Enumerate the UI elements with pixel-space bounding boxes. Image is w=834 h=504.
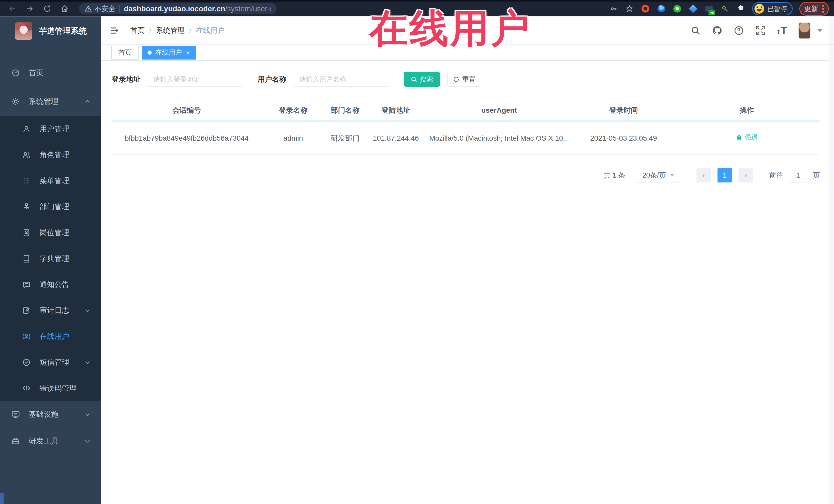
sidebar-item-role-mgmt[interactable]: 角色管理	[0, 142, 101, 168]
tab-home[interactable]: 首页	[111, 46, 138, 60]
sidebar-item-label: 短信管理	[40, 357, 69, 368]
search-button[interactable]: 搜索	[404, 72, 440, 87]
url-path: /system/user-session	[225, 5, 271, 13]
diamond-extension-icon[interactable]	[688, 4, 698, 13]
sidebar-scrollbar-thumb[interactable]	[0, 493, 4, 504]
key-icon[interactable]	[609, 4, 618, 13]
breadcrumb-system[interactable]: 系统管理	[156, 26, 185, 36]
user-name-input[interactable]	[293, 72, 389, 87]
sidebar-item-label: 审计日志	[40, 305, 69, 316]
forward-icon[interactable]	[25, 4, 35, 14]
breadcrumb-separator: /	[190, 26, 192, 35]
breadcrumb: 首页 / 系统管理 / 在线用户	[130, 26, 225, 36]
close-icon[interactable]: ×	[186, 49, 190, 56]
page-unit-label: 页	[813, 171, 820, 180]
monitor-icon	[11, 410, 20, 419]
user-avatar[interactable]	[798, 23, 810, 39]
sidebar-item-errcode-mgmt[interactable]: 错误码管理	[0, 375, 101, 401]
toolbox-icon	[11, 437, 20, 445]
trash-icon	[736, 134, 742, 141]
sidebar-item-menu-mgmt[interactable]: 菜单管理	[0, 168, 101, 194]
login-addr-input[interactable]	[147, 72, 243, 87]
sidebar-item-label: 首页	[29, 68, 44, 78]
force-logout-button[interactable]: 强退	[736, 132, 758, 143]
sidebar-item-notice[interactable]: 通知公告	[0, 271, 101, 298]
prev-page-button[interactable]: ‹	[697, 168, 711, 182]
reset-button[interactable]: 重置	[447, 72, 481, 87]
sidebar-item-label: 基础设施	[29, 409, 59, 420]
col-session-id: 会话编号	[112, 105, 262, 116]
logo[interactable]: 芋道管理系统	[0, 16, 101, 46]
sidebar-item-online-users[interactable]: 在线用户	[0, 323, 101, 349]
next-page-button[interactable]: ›	[739, 168, 753, 182]
font-size-icon[interactable]: тT	[777, 25, 787, 36]
sidebar-item-label: 在线用户	[40, 331, 69, 342]
sidebar-item-home[interactable]: 首页	[0, 59, 101, 87]
user-name-label: 用户名称	[258, 74, 286, 84]
hamburger-icon[interactable]	[109, 25, 119, 36]
v-green-extension-icon[interactable]	[673, 4, 682, 13]
pin-extension-icon[interactable]	[657, 4, 666, 13]
sidebar-item-label: 角色管理	[40, 150, 69, 160]
sidebar-item-dict-mgmt[interactable]: 字典管理	[0, 246, 101, 271]
breadcrumb-current: 在线用户	[196, 26, 225, 36]
tab-online-users[interactable]: 在线用户 ×	[142, 46, 196, 60]
cell-login-name: admin	[262, 133, 325, 144]
update-button[interactable]: 更新	[799, 2, 829, 16]
sidebar-item-infra[interactable]: 基础设施	[0, 401, 101, 428]
update-label: 更新	[804, 4, 818, 13]
fullscreen-icon[interactable]	[755, 25, 766, 36]
home-icon[interactable]	[60, 4, 70, 14]
pagination: 共 1 条 20条/页 ‹ 1 › 前往 页	[112, 168, 820, 182]
org-tree-icon	[22, 202, 31, 211]
page-1-button[interactable]: 1	[718, 168, 732, 182]
back-icon[interactable]	[7, 4, 18, 14]
cell-login-addr: 101.87.244.46	[366, 133, 426, 144]
breadcrumb-home[interactable]: 首页	[130, 26, 145, 36]
force-logout-label: 强退	[744, 132, 758, 143]
help-icon[interactable]	[734, 25, 744, 36]
refresh-icon[interactable]	[42, 4, 52, 14]
filter-form: 登录地址 用户名称 搜索 重置	[112, 72, 820, 87]
header-divider	[112, 120, 820, 122]
sidebar-item-user-mgmt[interactable]: 用户管理	[0, 116, 101, 142]
total-count: 共 1 条	[603, 171, 625, 180]
sidebar-item-sms-mgmt[interactable]: 短信管理	[0, 349, 101, 375]
content-scrollbar[interactable]	[829, 17, 834, 504]
caret-down-icon[interactable]	[817, 29, 823, 32]
translate-en-extension-icon[interactable]: en	[704, 4, 714, 13]
cell-login-time: 2021-05-03 23:05:49	[572, 133, 675, 144]
chevron-down-icon	[84, 438, 91, 444]
github-icon[interactable]	[712, 25, 722, 36]
col-login-addr: 登陆地址	[366, 105, 426, 116]
sidebar-item-system[interactable]: 系统管理	[0, 87, 101, 116]
badge-icon	[22, 228, 31, 237]
url-text[interactable]: dashboard.yudao.iocoder.cn/system/user-s…	[124, 5, 271, 13]
goto-page-input[interactable]	[788, 168, 808, 182]
sidebar-item-dept-mgmt[interactable]: 部门管理	[0, 194, 101, 220]
key2-extension-icon[interactable]	[720, 4, 729, 13]
main-area: 首页 / 系统管理 / 在线用户 тT 首页 在线用户	[101, 17, 834, 504]
sidebar-item-label: 部门管理	[40, 202, 69, 212]
sidebar-item-post-mgmt[interactable]: 岗位管理	[0, 220, 101, 246]
page-size-select[interactable]: 20条/页	[634, 168, 683, 182]
profile-avatar-emoji	[754, 4, 764, 14]
extensions-puzzle-icon[interactable]	[736, 4, 745, 13]
goto-label: 前往	[769, 171, 783, 180]
col-dept-name: 部门名称	[325, 105, 366, 116]
sidebar-item-label: 错误码管理	[40, 383, 77, 393]
url-domain: dashboard.yudao.iocoder.cn	[124, 5, 225, 13]
cell-session-id: bfbb1ab79ba849e49fb26ddb56a73044	[112, 133, 262, 144]
page-size-value: 20条/页	[642, 171, 666, 180]
address-bar[interactable]: 不安全 dashboard.yudao.iocoder.cn/system/us…	[79, 3, 277, 14]
star-icon[interactable]	[625, 4, 634, 13]
col-user-agent: userAgent	[426, 105, 572, 116]
security-label[interactable]: 不安全	[94, 4, 115, 13]
ubuntu-extension-icon[interactable]	[641, 4, 650, 13]
kebab-menu-icon[interactable]	[822, 5, 824, 13]
profile-paused-badge[interactable]: 已暂停	[752, 2, 793, 15]
search-icon[interactable]	[690, 25, 701, 36]
sidebar-item-audit-log[interactable]: 审计日志	[0, 298, 101, 323]
login-addr-label: 登录地址	[112, 74, 140, 84]
sidebar-item-devtools[interactable]: 研发工具	[0, 428, 101, 455]
